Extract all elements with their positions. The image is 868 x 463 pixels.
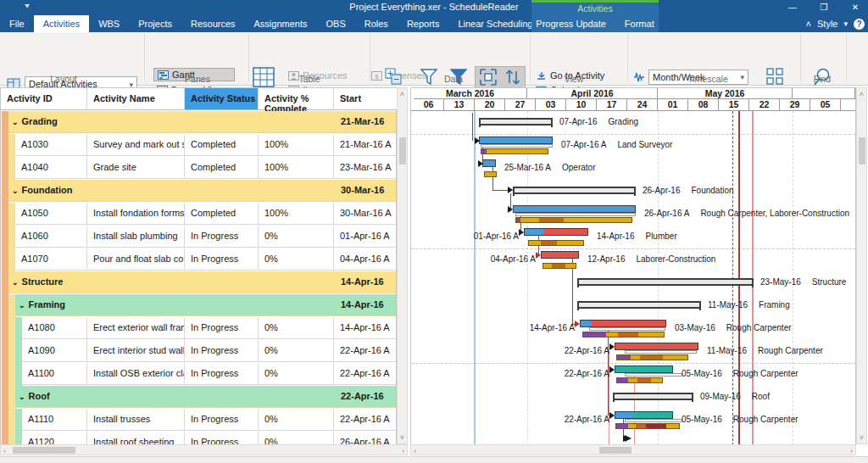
tab-assignments[interactable]: Assignments	[245, 15, 317, 32]
timescale-week[interactable]: 06	[414, 99, 444, 111]
activity-bar[interactable]	[580, 320, 666, 327]
timescale-week[interactable]: 05	[810, 99, 841, 111]
group-row-grading[interactable]: ⌄Grading21-Mar-16	[1, 111, 396, 134]
tab-resources[interactable]: Resources	[181, 15, 245, 32]
tab-roles[interactable]: Roles	[355, 15, 398, 32]
activity-bar[interactable]	[482, 159, 496, 167]
group-row-structure[interactable]: ⌄Structure14-Apr-16	[1, 271, 396, 294]
group-level-strip	[15, 340, 22, 363]
collapse-chevron-icon[interactable]: ⌄	[12, 187, 19, 195]
gantt-vertical-scrollbar[interactable]: ˄ ˅	[856, 87, 867, 444]
summary-bar[interactable]	[577, 278, 754, 286]
timescale-month[interactable]	[793, 88, 855, 99]
group-name: Roof	[29, 391, 50, 401]
table-row-a1030[interactable]: A1030Survey and mark out siteCompleted10…	[1, 134, 396, 157]
table-row-a1080[interactable]: A1080Erect exterior wall framesIn Progre…	[1, 317, 396, 340]
gantt-hscroll-thumb[interactable]	[599, 447, 632, 454]
timescale-month[interactable]: March 2016	[414, 88, 527, 99]
style-caret-icon[interactable]: ▾	[843, 20, 848, 28]
tab-reports[interactable]: Reports	[398, 15, 449, 32]
activity-bar[interactable]	[524, 228, 588, 236]
collapse-chevron-icon[interactable]: ⌄	[19, 301, 25, 310]
timescale-week[interactable]: 01	[658, 99, 688, 111]
table-row-a1040[interactable]: A1040Grade siteCompleted100%23-Mar-16 A	[1, 157, 396, 180]
minimize-icon[interactable]: —	[780, 0, 805, 15]
scroll-down-icon[interactable]: ˅	[857, 433, 866, 442]
timescale-week[interactable]: 08	[688, 99, 719, 111]
summary-bar[interactable]	[513, 187, 636, 194]
scroll-down-icon[interactable]: ˅	[398, 433, 407, 442]
tab-activities[interactable]: Activities	[34, 15, 89, 32]
gantt-horizontal-scrollbar[interactable]: ‹ ›	[410, 444, 856, 455]
timescale-week[interactable]: 22	[749, 99, 780, 111]
summary-bar[interactable]	[479, 118, 553, 126]
activity-bar[interactable]	[615, 365, 673, 373]
close-icon[interactable]: ✕	[843, 0, 868, 15]
summary-bar[interactable]	[577, 301, 701, 309]
tab-obs[interactable]: OBS	[317, 15, 355, 32]
table-row-a1110[interactable]: A1110Install trussesIn Progress0%22-Apr-…	[1, 409, 396, 432]
scroll-right-icon[interactable]: ›	[850, 447, 853, 455]
timescale-week[interactable]: 24	[627, 99, 658, 111]
scroll-left-icon[interactable]: ‹	[3, 447, 6, 455]
collapse-chevron-icon[interactable]: ⌄	[12, 118, 19, 126]
activity-bar[interactable]	[541, 251, 579, 259]
collapse-chevron-icon[interactable]: ⌄	[19, 393, 25, 401]
table-row-a1090[interactable]: A1090Erect interior stud wallsIn Progres…	[1, 340, 396, 363]
timescale-week[interactable]: 15	[719, 99, 749, 111]
group-row-framing[interactable]: ⌄Framing14-Apr-16	[1, 294, 396, 317]
column-header-activity-name[interactable]: Activity Name	[87, 88, 185, 110]
scroll-left-icon[interactable]: ‹	[414, 447, 416, 455]
style-button[interactable]: Style	[817, 19, 837, 29]
timescale-week[interactable]: 13	[444, 99, 475, 111]
tab-wbs[interactable]: WBS	[89, 15, 129, 32]
baseline-segment-orange	[539, 218, 565, 222]
table-hscroll-thumb[interactable]	[13, 447, 75, 454]
collapse-chevron-icon[interactable]: ⌄	[12, 278, 19, 287]
remaining-bar	[625, 419, 682, 422]
collapse-ribbon-icon[interactable]: ˄	[806, 19, 811, 29]
gantt-row: 14-Apr-16 A03-May-16Rough Carpenter	[411, 317, 855, 340]
summary-bar[interactable]	[613, 393, 693, 400]
activity-bar[interactable]	[479, 137, 553, 144]
activity-bar[interactable]	[513, 205, 636, 213]
table-row-a1060[interactable]: A1060Install slab plumbingIn Progress0%0…	[1, 226, 396, 248]
table-row-a1100[interactable]: A1100Install OSB exterior claddingIn Pro…	[1, 363, 396, 386]
timescale-month[interactable]: May 2016	[658, 88, 793, 99]
restore-icon[interactable]: ❐	[811, 0, 837, 15]
remaining-bar	[481, 144, 553, 148]
group-row-roof[interactable]: ⌄Roof22-Apr-16	[1, 386, 396, 409]
gantt-vscroll-thumb[interactable]	[859, 137, 865, 165]
timescale-week[interactable]: 27	[505, 99, 536, 111]
table-row-a1120[interactable]: A1120Install roof sheetingIn Progress0%2…	[1, 432, 396, 445]
gantt-timescale-header[interactable]: March 2016April 2016May 2016061320270310…	[411, 88, 855, 111]
activity-bar[interactable]	[615, 411, 673, 419]
help-icon[interactable]: ?	[854, 19, 865, 30]
table-horizontal-scrollbar[interactable]: ‹ ›	[0, 444, 408, 455]
tab-file[interactable]: File	[0, 15, 34, 32]
table-vscroll-thumb[interactable]	[399, 137, 406, 165]
gantt-row: 22-Apr-16 A05-May-16Rough Carpenter	[411, 409, 855, 432]
activity-start: 22-Apr-16 A	[334, 340, 396, 362]
table-row-a1050[interactable]: A1050Install fondation formsCompleted100…	[1, 203, 396, 226]
timescale-week[interactable]: 03	[536, 99, 566, 111]
column-header-activity-id[interactable]: Activity ID	[1, 88, 87, 110]
tab-format[interactable]: Format	[615, 15, 664, 32]
column-header-activity-status[interactable]: Activity Status	[185, 88, 259, 110]
table-vertical-scrollbar[interactable]: ˄ ˅	[397, 87, 408, 444]
scroll-right-icon[interactable]: ›	[402, 447, 404, 455]
column-header-activity-complete[interactable]: Activity % Complete	[259, 88, 334, 110]
activity-bar[interactable]	[615, 343, 698, 350]
scroll-up-icon[interactable]: ˄	[398, 90, 407, 98]
timescale-month[interactable]: April 2016	[527, 88, 658, 99]
timescale-week[interactable]: 17	[597, 99, 627, 111]
table-row-a1070[interactable]: A1070Pour and float slab concreteIn Prog…	[1, 248, 396, 271]
scroll-up-icon[interactable]: ˄	[857, 90, 866, 98]
timescale-week[interactable]: 29	[780, 99, 810, 111]
timescale-week[interactable]: 20	[475, 99, 505, 111]
timescale-week[interactable]: 10	[566, 99, 597, 111]
group-row-foundation[interactable]: ⌄Foundation30-Mar-16	[1, 180, 396, 203]
tab-projects[interactable]: Projects	[129, 15, 181, 32]
column-header-start[interactable]: Start	[334, 88, 398, 110]
tab-progress-update[interactable]: Progress Update	[526, 15, 615, 32]
